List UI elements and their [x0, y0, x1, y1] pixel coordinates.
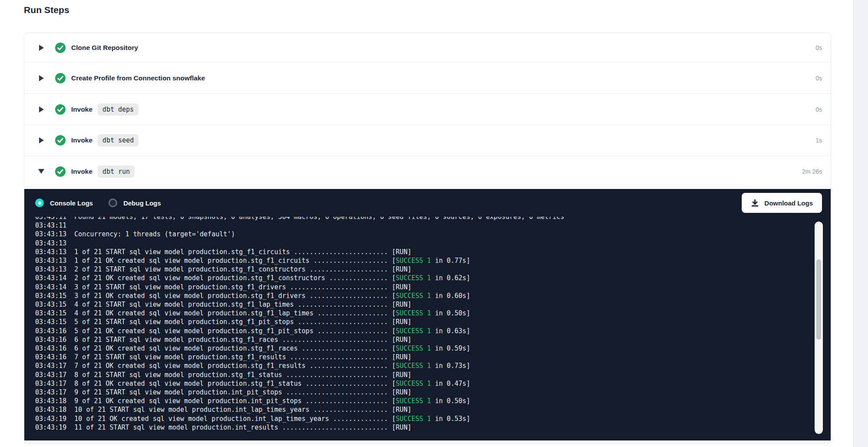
step-row-clone-git-repository[interactable]: Clone Git Repository 0s: [24, 33, 831, 63]
step-label: Clone Git Repository: [71, 44, 138, 52]
log-line: 03:43:11: [35, 221, 831, 230]
console-log-output: 03:43:11 Found 21 models, 17 tests, 0 sn…: [24, 217, 831, 439]
chevron-right-icon: [39, 137, 44, 143]
log-line: 03:43:18 10 of 21 START sql view model p…: [35, 405, 831, 414]
step-label: Create Profile from Connection snowflake: [71, 74, 205, 82]
command-badge: dbt deps: [98, 103, 138, 116]
step-row-invoke-dbt-deps[interactable]: Invoke dbt deps 0s: [24, 94, 831, 125]
expand-toggle[interactable]: [38, 106, 44, 113]
log-line: 03:43:16 6 of 21 OK created sql view mod…: [35, 344, 831, 353]
log-line: 03:43:15 3 of 21 OK created sql view mod…: [35, 291, 831, 300]
log-scrollbar-thumb[interactable]: [816, 259, 821, 340]
log-scrollbar-track[interactable]: [815, 222, 823, 434]
log-line: 03:43:17 8 of 21 OK created sql view mod…: [35, 379, 831, 388]
log-line: 03:43:13 Concurrency: 1 threads (target=…: [35, 230, 831, 238]
command-badge: dbt seed: [98, 134, 138, 146]
step-duration: 0s: [815, 106, 822, 113]
success-check-icon: [55, 135, 66, 146]
log-line: 03:43:18 9 of 21 OK created sql view mod…: [35, 397, 831, 405]
log-line: 03:43:14 2 of 21 OK created sql view mod…: [35, 274, 831, 282]
log-line: 03:43:14 3 of 21 START sql view model pr…: [35, 283, 831, 291]
step-row-invoke-dbt-seed[interactable]: Invoke dbt seed 1s: [24, 125, 831, 156]
success-check-icon: [55, 43, 66, 53]
step-row-create-profile[interactable]: Create Profile from Connection snowflake…: [24, 63, 831, 94]
expand-toggle[interactable]: [38, 137, 44, 143]
chevron-right-icon: [39, 45, 44, 51]
success-check-icon: [55, 104, 66, 115]
log-line: 03:43:13 2 of 21 START sql view model pr…: [35, 265, 831, 274]
log-line: 03:43:16 5 of 21 OK created sql view mod…: [35, 327, 831, 335]
log-line: 03:43:13: [35, 239, 831, 248]
log-line: 03:43:15 5 of 21 START sql view model pr…: [35, 318, 831, 326]
command-badge: dbt run: [98, 166, 135, 178]
run-steps-card: Clone Git Repository 0s Create Profile f…: [24, 33, 831, 444]
step-duration: 2m 26s: [802, 168, 822, 175]
radio-selected-icon[interactable]: [35, 199, 44, 207]
log-line: 03:43:17 8 of 21 START sql view model pr…: [35, 371, 831, 379]
log-line: 03:43:17 9 of 21 START sql view model pr…: [35, 388, 831, 397]
success-check-icon: [55, 73, 66, 83]
log-line: 03:43:15 4 of 21 START sql view model pr…: [35, 300, 831, 309]
log-line: 03:43:19 11 of 21 START sql view model p…: [35, 423, 831, 432]
log-line: 03:43:13 1 of 21 OK created sql view mod…: [35, 256, 831, 265]
step-label: Invoke: [71, 168, 92, 175]
log-line: 03:43:19 10 of 21 OK created sql view mo…: [35, 414, 831, 423]
log-line: 03:43:13 1 of 21 START sql view model pr…: [35, 248, 831, 256]
debug-logs-radio[interactable]: Debug Logs: [108, 199, 161, 207]
log-line: 03:43:16 7 of 21 START sql view model pr…: [35, 353, 831, 361]
step-label: Invoke: [71, 136, 92, 144]
console-logs-label: Console Logs: [50, 199, 93, 207]
step-duration: 1s: [815, 137, 822, 144]
chevron-right-icon: [39, 106, 44, 113]
download-logs-label: Download Logs: [764, 199, 813, 207]
step-label: Invoke: [71, 106, 92, 113]
step-duration: 0s: [815, 75, 822, 82]
step-row-invoke-dbt-run[interactable]: Invoke dbt run 2m 26s: [24, 156, 831, 187]
log-line: 03:43:11 Found 21 models, 17 tests, 0 sn…: [35, 217, 831, 221]
log-panel-header: Console Logs Debug Logs Download Logs: [24, 189, 831, 217]
success-check-icon: [55, 166, 66, 177]
log-line: 03:43:17 7 of 21 OK created sql view mod…: [35, 361, 831, 370]
chevron-down-icon: [38, 169, 44, 174]
page-title: Run Steps: [24, 5, 69, 15]
radio-unselected-icon[interactable]: [108, 199, 117, 207]
log-line: 03:43:15 4 of 21 OK created sql view mod…: [35, 309, 831, 318]
download-logs-button[interactable]: Download Logs: [742, 193, 822, 213]
expand-toggle[interactable]: [38, 169, 44, 174]
page-edge-strip: [853, 0, 868, 447]
expand-toggle[interactable]: [38, 75, 44, 81]
log-line: 03:43:16 6 of 21 START sql view model pr…: [35, 335, 831, 344]
log-panel: Console Logs Debug Logs Download Logs 03…: [24, 189, 831, 440]
chevron-right-icon: [39, 75, 44, 81]
debug-logs-label: Debug Logs: [123, 199, 161, 207]
console-logs-radio[interactable]: Console Logs: [35, 199, 93, 207]
step-duration: 0s: [815, 44, 822, 51]
expand-toggle[interactable]: [38, 45, 44, 51]
download-icon: [751, 199, 759, 207]
